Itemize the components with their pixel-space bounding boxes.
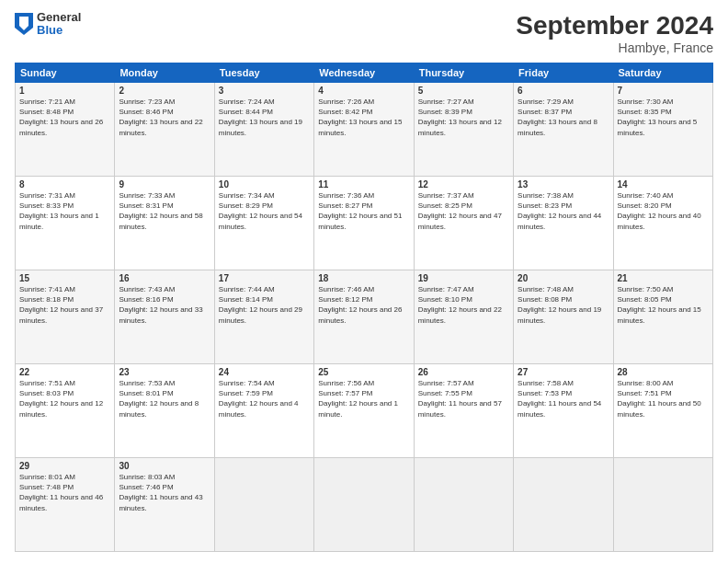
day-cell-21: 21 Sunrise: 7:50 AMSunset: 8:05 PMDaylig… bbox=[613, 270, 712, 364]
week-row-5: 29 Sunrise: 8:01 AMSunset: 7:48 PMDaylig… bbox=[16, 458, 713, 552]
day-cell-20: 20 Sunrise: 7:48 AMSunset: 8:08 PMDaylig… bbox=[514, 270, 613, 364]
day-cell-24: 24 Sunrise: 7:54 AMSunset: 7:59 PMDaylig… bbox=[214, 364, 313, 458]
col-friday: Friday bbox=[514, 63, 613, 83]
day-cell-4: 4 Sunrise: 7:26 AMSunset: 8:42 PMDayligh… bbox=[314, 83, 414, 177]
col-monday: Monday bbox=[115, 63, 214, 83]
empty-cell-1 bbox=[214, 458, 313, 552]
day-cell-1: 1 Sunrise: 7:21 AMSunset: 8:48 PMDayligh… bbox=[16, 83, 115, 177]
day-cell-13: 13 Sunrise: 7:38 AMSunset: 8:23 PMDaylig… bbox=[514, 177, 613, 270]
day-cell-19: 19 Sunrise: 7:47 AMSunset: 8:10 PMDaylig… bbox=[414, 270, 513, 364]
header: General Blue September 2024 Hambye, Fran… bbox=[15, 11, 713, 55]
day-cell-2: 2 Sunrise: 7:23 AMSunset: 8:46 PMDayligh… bbox=[115, 83, 214, 177]
day-cell-6: 6 Sunrise: 7:29 AMSunset: 8:37 PMDayligh… bbox=[514, 83, 613, 177]
day-cell-23: 23 Sunrise: 7:53 AMSunset: 8:01 PMDaylig… bbox=[115, 364, 214, 458]
day-cell-29: 29 Sunrise: 8:01 AMSunset: 7:48 PMDaylig… bbox=[16, 458, 115, 552]
day-cell-11: 11 Sunrise: 7:36 AMSunset: 8:27 PMDaylig… bbox=[314, 177, 414, 270]
calendar-table: Sunday Monday Tuesday Wednesday Thursday… bbox=[15, 63, 713, 552]
page: General Blue September 2024 Hambye, Fran… bbox=[0, 0, 728, 563]
logo-blue-text: Blue bbox=[37, 24, 81, 37]
logo: General Blue bbox=[15, 11, 81, 38]
logo-text: General Blue bbox=[37, 11, 81, 38]
day-cell-8: 8 Sunrise: 7:31 AMSunset: 8:33 PMDayligh… bbox=[16, 177, 115, 270]
day-cell-26: 26 Sunrise: 7:57 AMSunset: 7:55 PMDaylig… bbox=[414, 364, 513, 458]
col-thursday: Thursday bbox=[414, 63, 513, 83]
day-cell-9: 9 Sunrise: 7:33 AMSunset: 8:31 PMDayligh… bbox=[115, 177, 214, 270]
empty-cell-2 bbox=[314, 458, 414, 552]
header-row: Sunday Monday Tuesday Wednesday Thursday… bbox=[16, 63, 713, 83]
week-row-4: 22 Sunrise: 7:51 AMSunset: 8:03 PMDaylig… bbox=[16, 364, 713, 458]
empty-cell-5 bbox=[613, 458, 712, 552]
day-cell-28: 28 Sunrise: 8:00 AMSunset: 7:51 PMDaylig… bbox=[613, 364, 712, 458]
day-cell-16: 16 Sunrise: 7:43 AMSunset: 8:16 PMDaylig… bbox=[115, 270, 214, 364]
day-cell-5: 5 Sunrise: 7:27 AMSunset: 8:39 PMDayligh… bbox=[414, 83, 513, 177]
logo-icon bbox=[15, 13, 33, 35]
week-row-3: 15 Sunrise: 7:41 AMSunset: 8:18 PMDaylig… bbox=[16, 270, 713, 364]
day-cell-12: 12 Sunrise: 7:37 AMSunset: 8:25 PMDaylig… bbox=[414, 177, 513, 270]
day-cell-27: 27 Sunrise: 7:58 AMSunset: 7:53 PMDaylig… bbox=[514, 364, 613, 458]
day-cell-18: 18 Sunrise: 7:46 AMSunset: 8:12 PMDaylig… bbox=[314, 270, 414, 364]
day-cell-30: 30 Sunrise: 8:03 AMSunset: 7:46 PMDaylig… bbox=[115, 458, 214, 552]
empty-cell-4 bbox=[514, 458, 613, 552]
day-cell-14: 14 Sunrise: 7:40 AMSunset: 8:20 PMDaylig… bbox=[613, 177, 712, 270]
month-year: September 2024 bbox=[516, 11, 713, 40]
col-tuesday: Tuesday bbox=[214, 63, 313, 83]
col-wednesday: Wednesday bbox=[314, 63, 414, 83]
empty-cell-3 bbox=[414, 458, 513, 552]
week-row-1: 1 Sunrise: 7:21 AMSunset: 8:48 PMDayligh… bbox=[16, 83, 713, 177]
logo-general-text: General bbox=[37, 11, 81, 24]
col-saturday: Saturday bbox=[613, 63, 712, 83]
title-block: September 2024 Hambye, France bbox=[516, 11, 713, 55]
day-cell-7: 7 Sunrise: 7:30 AMSunset: 8:35 PMDayligh… bbox=[613, 83, 712, 177]
location: Hambye, France bbox=[516, 40, 713, 55]
week-row-2: 8 Sunrise: 7:31 AMSunset: 8:33 PMDayligh… bbox=[16, 177, 713, 270]
day-cell-15: 15 Sunrise: 7:41 AMSunset: 8:18 PMDaylig… bbox=[16, 270, 115, 364]
day-cell-10: 10 Sunrise: 7:34 AMSunset: 8:29 PMDaylig… bbox=[214, 177, 313, 270]
day-cell-17: 17 Sunrise: 7:44 AMSunset: 8:14 PMDaylig… bbox=[214, 270, 313, 364]
day-cell-3: 3 Sunrise: 7:24 AMSunset: 8:44 PMDayligh… bbox=[214, 83, 313, 177]
col-sunday: Sunday bbox=[16, 63, 115, 83]
day-cell-25: 25 Sunrise: 7:56 AMSunset: 7:57 PMDaylig… bbox=[314, 364, 414, 458]
day-cell-22: 22 Sunrise: 7:51 AMSunset: 8:03 PMDaylig… bbox=[16, 364, 115, 458]
